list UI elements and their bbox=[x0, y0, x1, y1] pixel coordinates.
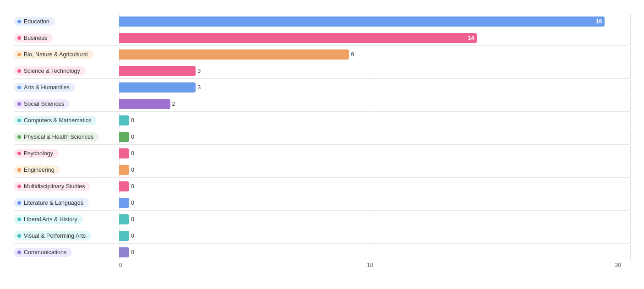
bar-label: Psychology bbox=[24, 150, 53, 157]
x-axis-labels: 01020 bbox=[119, 262, 630, 268]
bar-label-pill: Engineering bbox=[14, 165, 119, 174]
bar-label: Social Sciences bbox=[24, 101, 64, 107]
x-axis-label: 10 bbox=[286, 262, 453, 268]
pill-dot bbox=[17, 251, 21, 254]
bar-value: 0 bbox=[131, 183, 134, 190]
bar bbox=[119, 148, 129, 158]
table-row: Education 19 bbox=[14, 14, 630, 29]
bar-area: 0 bbox=[119, 129, 630, 144]
bar-value-inside: 19 bbox=[596, 18, 602, 25]
bar-area: 0 bbox=[119, 113, 630, 128]
bar bbox=[119, 99, 170, 109]
bar bbox=[119, 214, 129, 224]
bar-value: 0 bbox=[131, 134, 134, 140]
bar-label-pill: Physical & Health Sciences bbox=[14, 132, 119, 142]
bar-area: 0 bbox=[119, 179, 630, 194]
pill-dot bbox=[17, 86, 21, 89]
bar-label-pill: Social Sciences bbox=[14, 99, 119, 109]
bar bbox=[119, 181, 129, 191]
table-row: Science & Technology 3 bbox=[14, 63, 630, 79]
bar-value: 0 bbox=[131, 150, 134, 157]
pill: Liberal Arts & History bbox=[14, 215, 83, 224]
bar-value: 0 bbox=[131, 167, 134, 173]
bar-label-pill: Science & Technology bbox=[14, 66, 119, 76]
pill: Arts & Humanities bbox=[14, 83, 75, 92]
bar-label: Visual & Performing Arts bbox=[24, 233, 86, 239]
bars-wrapper: Education 19 Business bbox=[14, 14, 630, 260]
bar-value: 0 bbox=[131, 249, 134, 256]
table-row: Engineering 0 bbox=[14, 162, 630, 178]
table-row: Psychology 0 bbox=[14, 146, 630, 161]
bar-label: Engineering bbox=[24, 167, 55, 173]
bar-area: 14 bbox=[119, 30, 630, 45]
table-row: Physical & Health Sciences 0 bbox=[14, 129, 630, 145]
bar-label: Computers & Mathematics bbox=[24, 117, 91, 124]
bar bbox=[119, 66, 196, 76]
bar-area: 0 bbox=[119, 228, 630, 243]
bar-value: 3 bbox=[197, 84, 201, 91]
bar-label-pill: Liberal Arts & History bbox=[14, 215, 119, 224]
bar-label: Education bbox=[24, 18, 49, 25]
bar-label-pill: Multidisciplinary Studies bbox=[14, 182, 119, 191]
pill: Physical & Health Sciences bbox=[14, 132, 99, 142]
bar bbox=[119, 115, 129, 125]
bar-value: 2 bbox=[172, 101, 175, 107]
table-row: Literature & Languages 0 bbox=[14, 195, 630, 211]
bar-label-pill: Arts & Humanities bbox=[14, 83, 119, 92]
bar-label-pill: Computers & Mathematics bbox=[14, 116, 119, 125]
pill-dot bbox=[17, 20, 21, 23]
bar-value: 0 bbox=[131, 117, 134, 124]
bar-value: 9 bbox=[351, 51, 354, 58]
x-axis-label: 20 bbox=[454, 262, 621, 268]
bar bbox=[119, 82, 196, 93]
bar-label-pill: Visual & Performing Arts bbox=[14, 231, 119, 240]
bar-area: 0 bbox=[119, 212, 630, 227]
table-row: Bio, Nature & Agricultural 9 bbox=[14, 47, 630, 62]
table-row: Communications 0 bbox=[14, 245, 630, 260]
table-row: Computers & Mathematics 0 bbox=[14, 113, 630, 128]
bar bbox=[119, 247, 129, 257]
bar-label-pill: Literature & Languages bbox=[14, 198, 119, 207]
pill: Computers & Mathematics bbox=[14, 116, 97, 125]
bar-value: 0 bbox=[131, 233, 134, 239]
bar-label: Literature & Languages bbox=[24, 200, 83, 206]
bar-area: 3 bbox=[119, 80, 630, 95]
bar-area: 19 bbox=[119, 14, 630, 29]
bar-label-pill: Psychology bbox=[14, 149, 119, 158]
pill: Multidisciplinary Studies bbox=[14, 182, 90, 191]
bar-label: Multidisciplinary Studies bbox=[24, 183, 85, 190]
bar-label-pill: Bio, Nature & Agricultural bbox=[14, 50, 119, 59]
table-row: Social Sciences 2 bbox=[14, 96, 630, 112]
pill: Engineering bbox=[14, 165, 60, 174]
bar-value: 0 bbox=[131, 200, 134, 206]
pill-dot bbox=[17, 36, 21, 40]
bar-area: 0 bbox=[119, 146, 630, 161]
pill: Education bbox=[14, 17, 55, 26]
table-row: Arts & Humanities 3 bbox=[14, 80, 630, 95]
bar-value-inside: 14 bbox=[468, 35, 474, 41]
pill: Communications bbox=[14, 248, 72, 257]
bar-label: Science & Technology bbox=[24, 68, 80, 74]
pill: Visual & Performing Arts bbox=[14, 231, 91, 240]
table-row: Visual & Performing Arts 0 bbox=[14, 228, 630, 244]
bar bbox=[119, 165, 129, 175]
pill: Psychology bbox=[14, 149, 59, 158]
bar-label-pill: Business bbox=[14, 33, 119, 43]
bar bbox=[119, 132, 129, 142]
pill: Science & Technology bbox=[14, 66, 86, 76]
bar-area: 0 bbox=[119, 245, 630, 260]
bar-area: 2 bbox=[119, 96, 630, 111]
pill-dot bbox=[17, 102, 21, 106]
bar-area: 3 bbox=[119, 63, 630, 78]
pill-dot bbox=[17, 69, 21, 73]
pill-dot bbox=[17, 135, 21, 139]
bar-area: 9 bbox=[119, 47, 630, 62]
bar-label: Business bbox=[24, 35, 47, 41]
pill-dot bbox=[17, 152, 21, 155]
pill-dot bbox=[17, 119, 21, 122]
x-axis-label: 0 bbox=[119, 262, 286, 268]
bar bbox=[119, 49, 349, 60]
pill-dot bbox=[17, 234, 21, 238]
bar: 19 bbox=[119, 16, 605, 27]
bar-label: Bio, Nature & Agricultural bbox=[24, 51, 88, 58]
